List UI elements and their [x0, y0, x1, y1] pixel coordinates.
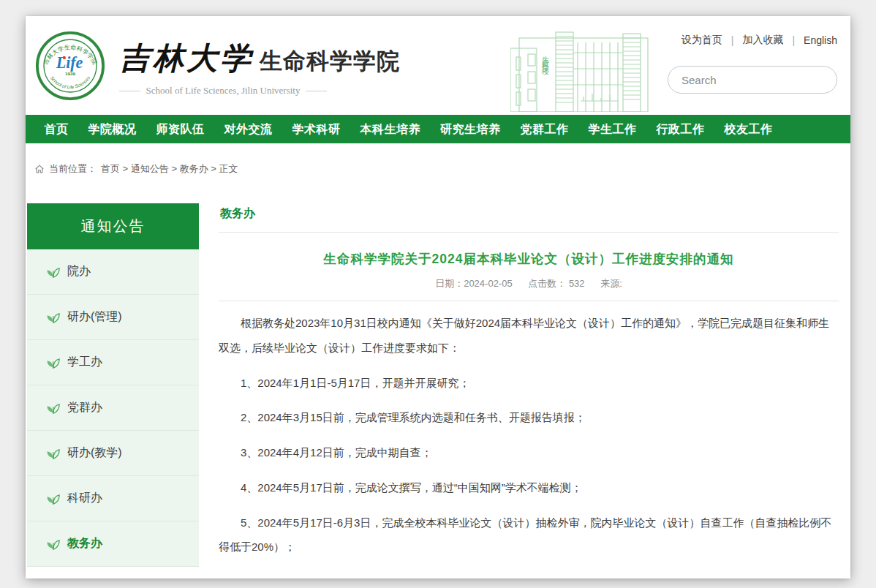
search-box[interactable]	[668, 66, 837, 94]
set-homepage-link[interactable]: 设为首页	[681, 34, 722, 47]
sidebar: 通知公告 院办	[27, 203, 199, 567]
article-paragraph: 5、2024年5月17日-6月3日，完成全校本科毕业论文（设计）抽检外审，院内毕…	[219, 510, 839, 560]
site-subtitle-row: School of Life Sciences, Jilin Universit…	[119, 85, 327, 97]
leaf-icon	[46, 310, 60, 324]
logo-word: Life	[56, 53, 83, 72]
article-meta: 日期：2024-02-05 点击数： 532 来源:	[219, 277, 839, 290]
logo-red-dot	[63, 56, 66, 59]
quick-links-separator: |	[792, 34, 795, 46]
site-title-calligraphy: 吉林大学	[119, 38, 254, 79]
sidebar-item[interactable]: 学工办	[27, 340, 199, 385]
nav-item[interactable]: 研究生培养	[431, 115, 511, 143]
section-divider	[219, 232, 839, 233]
leaf-icon	[46, 491, 60, 505]
article-hits: 点击数： 532	[528, 278, 584, 289]
leaf-icon	[46, 355, 60, 369]
article-paragraph: 2、2024年3月15日前，完成管理系统内选题和任务书、开题报告填报；	[219, 405, 839, 430]
nav-item[interactable]: 学术科研	[282, 115, 350, 143]
logo-year: 1939	[65, 71, 75, 76]
subtitle-rule-left	[119, 91, 140, 91]
site-title: 生命科学学院	[260, 46, 400, 77]
sidebar-item-label: 研办(管理)	[67, 309, 122, 325]
site-subtitle: School of Life Sciences, Jilin Universit…	[140, 85, 306, 97]
section-label: 教务办	[220, 206, 839, 222]
article-paragraph: 4、2024年5月17日前，完成论文撰写，通过“中国知网”学术不端检测；	[219, 475, 839, 500]
nav-item[interactable]: 首页	[34, 115, 78, 143]
article-panel: 教务办 生命科学学院关于2024届本科毕业论文（设计）工作进度安排的通知 日期：…	[219, 203, 839, 570]
nav-item[interactable]: 行政工作	[646, 115, 714, 143]
page-card: 吉林大学生命科学学院 School of Life Sciences Life …	[26, 16, 850, 578]
breadcrumb: 当前位置： 首页 > 通知公告 > 教务办 > 正文	[34, 162, 850, 176]
article-paragraph: 3、2024年4月12日前，完成中期自查；	[219, 440, 839, 465]
leaf-icon	[46, 401, 60, 415]
subtitle-rule-right	[306, 91, 327, 91]
breadcrumb-trail[interactable]: 首页 > 通知公告 > 教务办 > 正文	[101, 162, 238, 176]
sidebar-item[interactable]: 院办	[27, 249, 199, 295]
nav-item[interactable]: 党群工作	[510, 115, 578, 143]
sidebar-item-label: 院办	[67, 264, 91, 279]
sidebar-item[interactable]: 科研办	[27, 476, 199, 521]
leaf-icon	[46, 446, 60, 460]
article-source: 来源:	[600, 278, 622, 289]
sidebar-item-label: 党群办	[67, 400, 102, 415]
breadcrumb-prefix: 当前位置：	[49, 162, 97, 176]
sidebar-item-label: 科研办	[67, 491, 102, 506]
english-link[interactable]: English	[804, 34, 837, 46]
sidebar-item-label: 学工办	[67, 355, 102, 370]
sidebar-item[interactable]: 研办(管理)	[27, 295, 199, 340]
nav-item[interactable]: 师资队伍	[146, 115, 214, 143]
nav-item[interactable]: 对外交流	[214, 115, 282, 143]
article-title: 生命科学学院关于2024届本科毕业论文（设计）工作进度安排的通知	[219, 250, 839, 268]
article-body: 根据教务处2023年10月31日校内通知《关于做好2024届本科毕业论文（设计）…	[219, 301, 839, 559]
add-favorite-link[interactable]: 加入收藏	[742, 34, 783, 47]
quick-links-separator: |	[731, 34, 734, 46]
sidebar-item[interactable]: 教务办	[27, 521, 199, 567]
article-date: 日期：2024-02-05	[435, 278, 513, 289]
sidebar-title: 通知公告	[27, 203, 199, 249]
sidebar-item-label: 教务办	[67, 536, 102, 551]
home-icon	[34, 164, 45, 174]
sidebar-item-label: 研办(教学)	[67, 445, 122, 461]
nav-item[interactable]: 学院概况	[78, 115, 146, 143]
nav-item[interactable]: 学生工作	[578, 115, 646, 143]
article-paragraph: 根据教务处2023年10月31日校内通知《关于做好2024届本科毕业论文（设计）…	[219, 311, 839, 361]
site-header: 吉林大学生命科学学院 School of Life Sciences Life …	[26, 16, 850, 115]
article-paragraph: 1、2024年1月1日-5月17日，开题并开展研究；	[219, 371, 839, 396]
leaf-icon	[46, 265, 60, 279]
site-title-block: 吉林大学 生命科学学院 School of Life Sciences, Jil…	[119, 38, 400, 97]
search-input[interactable]	[681, 74, 827, 86]
building-label: 生命科学楼	[542, 50, 550, 75]
sidebar-item[interactable]: 党群办	[27, 385, 199, 431]
nav-item[interactable]: 校友工作	[714, 115, 782, 143]
building-line-art: 生命科学楼	[510, 28, 655, 112]
nav-item[interactable]: 本科生培养	[350, 115, 431, 143]
sidebar-list: 院办 研办(管理)	[27, 249, 199, 567]
leaf-icon	[46, 537, 60, 551]
quick-links: 设为首页 | 加入收藏 | English	[681, 34, 837, 47]
university-logo: 吉林大学生命科学学院 School of Life Sciences Life …	[35, 31, 105, 101]
main-nav: 首页 学院概况 师资队伍 对外交流 学术科研 本科生培养 研究生培养 党群工作 …	[26, 115, 850, 143]
sidebar-item[interactable]: 研办(教学)	[27, 431, 199, 476]
